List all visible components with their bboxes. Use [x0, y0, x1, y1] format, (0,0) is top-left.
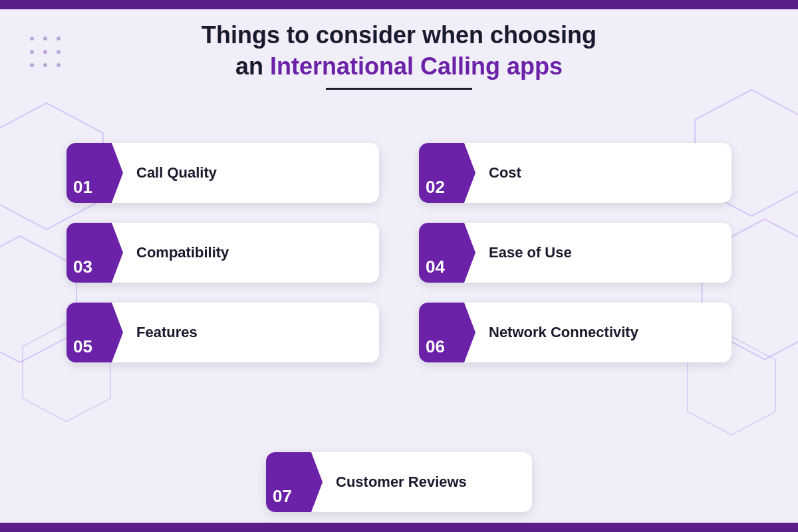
bottom-bar — [0, 523, 798, 532]
item-label-04: Ease of Use — [475, 244, 572, 261]
title-underline — [326, 88, 472, 90]
items-grid: 01 Call Quality 02 Cost 03 Compatibility… — [66, 143, 732, 362]
item-label-02: Cost — [475, 164, 521, 182]
title-text: Things to consider when choosing an Inte… — [0, 20, 798, 82]
item-card-06: 06 Network Connectivity — [419, 303, 732, 362]
item-number-02: 02 — [419, 143, 475, 203]
item-number-07: 07 — [266, 452, 323, 512]
title-line2-prefix: an — [235, 53, 270, 80]
item-label-06: Network Connectivity — [475, 324, 638, 341]
item-card-05: 05 Features — [66, 303, 379, 362]
item-number-04: 04 — [419, 223, 475, 283]
top-bar — [0, 0, 798, 9]
item-card-01: 01 Call Quality — [66, 143, 379, 203]
item-label-01: Call Quality — [123, 164, 217, 182]
item-card-03: 03 Compatibility — [66, 223, 379, 283]
item-card-07: 07 Customer Reviews — [266, 452, 532, 512]
item-label-05: Features — [123, 324, 198, 341]
title-line1: Things to consider when choosing — [201, 21, 597, 49]
item-number-03: 03 — [66, 223, 123, 283]
item-number-06: 06 — [419, 303, 475, 362]
title-highlight: International Calling apps — [270, 53, 563, 80]
title-area: Things to consider when choosing an Inte… — [0, 20, 798, 90]
item-card-04: 04 Ease of Use — [419, 223, 732, 283]
item-number-05: 05 — [66, 303, 123, 362]
item-label-07: Customer Reviews — [323, 473, 467, 491]
item-label-03: Compatibility — [123, 244, 229, 261]
bottom-item-wrapper: 07 Customer Reviews — [266, 452, 532, 512]
item-number-01: 01 — [66, 143, 123, 203]
item-card-02: 02 Cost — [419, 143, 732, 203]
